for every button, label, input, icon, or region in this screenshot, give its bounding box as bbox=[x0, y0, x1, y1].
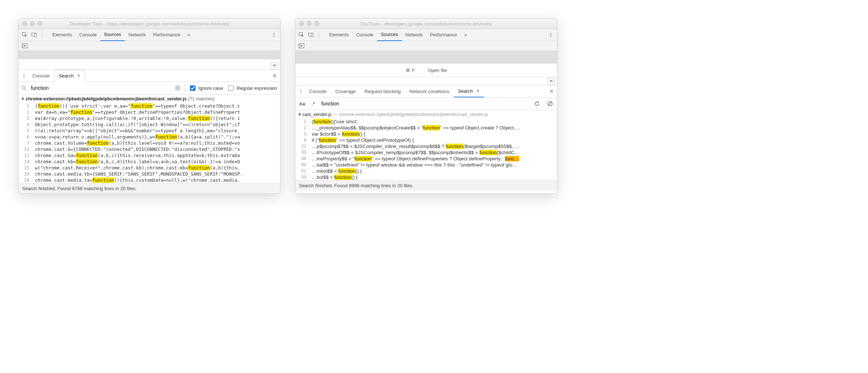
clear-search-icon[interactable]: ✕ bbox=[174, 85, 181, 91]
result-line[interactable]: 5r(a);return"array"==b||"object"==b&&"nu… bbox=[19, 128, 280, 134]
line-number: 3 bbox=[295, 131, 309, 137]
result-line[interactable]: 1(function(){'use strict'; bbox=[295, 119, 557, 125]
zoom-dot-icon[interactable] bbox=[314, 21, 319, 26]
refresh-icon[interactable] bbox=[533, 100, 541, 108]
tab-performance[interactable]: Performance bbox=[149, 29, 183, 41]
kebab-menu-icon[interactable] bbox=[270, 31, 278, 39]
result-line[interactable]: 6v=oa:v=pa;return v.apply(null,arguments… bbox=[19, 134, 280, 140]
regex-icon[interactable]: .* bbox=[311, 100, 316, 107]
ignore-case-checkbox[interactable]: Ignore case bbox=[189, 84, 223, 92]
result-line[interactable]: 4Object.prototype.toString.call(a);if("[… bbox=[19, 121, 280, 128]
collapse-drawer-icon[interactable] bbox=[548, 78, 555, 85]
gray-strip bbox=[295, 51, 557, 64]
match-case-icon[interactable]: Aa bbox=[298, 100, 306, 107]
window-title: Developer Tools - https://developers.goo… bbox=[19, 21, 280, 27]
inspect-icon[interactable] bbox=[298, 31, 306, 39]
close-icon[interactable]: × bbox=[77, 73, 80, 79]
drawer-tab-console[interactable]: Console bbox=[28, 70, 54, 81]
result-line[interactable]: 22…p$jscomp$7$$ = $JSCompiler_inline_res… bbox=[295, 143, 557, 149]
search-results: ▼ chrome-extension://pkedcjkdefgpdelpbcm… bbox=[19, 95, 280, 183]
tab-console[interactable]: Console bbox=[76, 29, 100, 41]
tab-sources[interactable]: Sources bbox=[100, 29, 125, 41]
line-number: 20 bbox=[19, 177, 32, 183]
result-line[interactable]: 3ea(Array.prototype,a,{configurable:!0,w… bbox=[19, 115, 280, 121]
tabs-overflow[interactable]: » bbox=[184, 29, 194, 41]
close-dot-icon[interactable] bbox=[299, 21, 304, 26]
tab-network[interactable]: Network bbox=[125, 29, 150, 41]
result-line[interactable]: 11chrome.cast.G={CONNECTED:"connected",D… bbox=[19, 146, 280, 152]
result-line[interactable]: 15w("chrome.cast.Receiver",chrome.cast.k… bbox=[19, 165, 280, 171]
result-line[interactable]: 48…ineProperty$$ = "function" == typeof … bbox=[295, 156, 557, 162]
disclosure-triangle-icon[interactable]: ▼ bbox=[21, 96, 24, 101]
kebab-menu-icon[interactable] bbox=[547, 31, 555, 39]
result-line[interactable]: 1(function(){'use strict';var e,aa="func… bbox=[19, 103, 280, 109]
drawer-kebab-icon[interactable] bbox=[297, 87, 305, 95]
tab-elements[interactable]: Elements bbox=[326, 29, 352, 41]
svg-point-12 bbox=[22, 86, 25, 89]
result-line[interactable]: 2var da=h,ea="function"==typeof Object.d… bbox=[19, 109, 280, 115]
code-text: (function(){'use strict'; bbox=[309, 119, 358, 124]
clear-icon[interactable] bbox=[546, 100, 554, 108]
toggle-navigator-icon[interactable] bbox=[298, 42, 306, 50]
result-line[interactable]: 14chrome.cast.kb=function(a,b,c,d){this.… bbox=[19, 159, 280, 165]
drawer-tab-search[interactable]: Search × bbox=[54, 70, 85, 82]
group-sep: — bbox=[333, 112, 338, 117]
drawer-tab-coverage[interactable]: Coverage bbox=[331, 86, 360, 97]
line-number: 22 bbox=[295, 144, 309, 149]
minimize-dot-icon[interactable] bbox=[30, 21, 35, 26]
result-line[interactable]: 3var $ctor$$ = function() { bbox=[295, 131, 557, 137]
drawer-tab-label: Search bbox=[458, 88, 473, 94]
main-tabs: Elements Console Sources Network Perform… bbox=[326, 29, 471, 41]
disclosure-triangle-icon[interactable]: ▼ bbox=[298, 112, 301, 117]
drawer-tab-console[interactable]: Console bbox=[305, 86, 331, 97]
regex-checkbox[interactable]: Regular expression bbox=[227, 84, 277, 92]
tab-sources[interactable]: Sources bbox=[377, 29, 402, 41]
collapse-drawer-icon[interactable] bbox=[271, 62, 278, 69]
result-line[interactable]: 19chrome.cast.media.tb={SANS_SERIF:"SANS… bbox=[19, 171, 280, 177]
result-line[interactable]: 12chrome.cast.Sa=function(a,b,c){this.re… bbox=[19, 152, 280, 159]
regex-label: Regular expression bbox=[237, 85, 277, 91]
search-input[interactable] bbox=[320, 100, 431, 107]
result-line[interactable]: 2…_prototypeAlias$$, $$jscomp$objectCrea… bbox=[295, 125, 557, 131]
tab-performance[interactable]: Performance bbox=[426, 29, 460, 41]
drawer-tab-network-conditions[interactable]: Network conditions bbox=[405, 86, 454, 97]
regex-input[interactable] bbox=[228, 85, 234, 91]
result-group-header[interactable]: ▼ cast_sender.js — chrome-extension://pk… bbox=[295, 110, 557, 119]
titlebar[interactable]: Developer Tools - https://developers.goo… bbox=[19, 19, 280, 29]
drawer-tab-request-blocking[interactable]: Request blocking bbox=[360, 86, 405, 97]
drawer-tabs: Console Search × × bbox=[19, 70, 280, 82]
line-number: 1 bbox=[19, 103, 32, 109]
tab-console[interactable]: Console bbox=[352, 29, 377, 41]
close-icon[interactable]: × bbox=[476, 88, 479, 94]
sources-subbar bbox=[295, 41, 557, 51]
result-line[interactable]: 20chrome.cast.media.ta=function(){this.c… bbox=[19, 177, 280, 183]
titlebar[interactable]: DevTools - developers.google.com/web/too… bbox=[295, 19, 557, 29]
result-line[interactable]: 30…tPrototypeOf$$ = $JSCompiler_temp$jsc… bbox=[295, 149, 557, 156]
drawer-kebab-icon[interactable] bbox=[20, 72, 28, 80]
search-input[interactable] bbox=[30, 85, 171, 91]
minimize-dot-icon[interactable] bbox=[307, 21, 312, 26]
toggle-navigator-icon[interactable] bbox=[21, 42, 29, 50]
tab-network[interactable]: Network bbox=[402, 29, 427, 41]
result-line[interactable]: 51…mbol$$ = function() { bbox=[295, 168, 557, 174]
close-drawer-icon[interactable]: × bbox=[271, 72, 279, 80]
result-line[interactable]: 7chrome.cast.Volume=function(a,b){this.l… bbox=[19, 140, 280, 146]
ignore-case-input[interactable] bbox=[190, 85, 195, 91]
main-toolbar: Elements Console Sources Network Perform… bbox=[19, 29, 280, 41]
svg-point-9 bbox=[24, 73, 24, 74]
device-toggle-icon[interactable] bbox=[307, 31, 315, 39]
close-dot-icon[interactable] bbox=[22, 21, 27, 26]
tabs-overflow[interactable]: » bbox=[461, 29, 471, 41]
zoom-dot-icon[interactable] bbox=[37, 21, 43, 26]
line-number: 7 bbox=[19, 140, 32, 146]
result-line[interactable]: 54…bol$$ = function() { bbox=[295, 174, 557, 180]
result-line[interactable]: 8if ("function" == typeof Object.setProt… bbox=[295, 137, 557, 143]
inspect-icon[interactable] bbox=[21, 31, 29, 39]
tab-elements[interactable]: Elements bbox=[49, 29, 76, 41]
result-group-header[interactable]: ▼ chrome-extension://pkedcjkdefgpdelpbcm… bbox=[19, 95, 280, 103]
result-line[interactable]: 50…bal$$ = "undefined" != typeof window … bbox=[295, 162, 557, 168]
drawer-tabs: Console Coverage Request blocking Networ… bbox=[295, 85, 557, 97]
close-drawer-icon[interactable]: × bbox=[548, 87, 556, 95]
drawer-tab-search[interactable]: Search × bbox=[454, 85, 484, 97]
device-toggle-icon[interactable] bbox=[30, 31, 38, 39]
